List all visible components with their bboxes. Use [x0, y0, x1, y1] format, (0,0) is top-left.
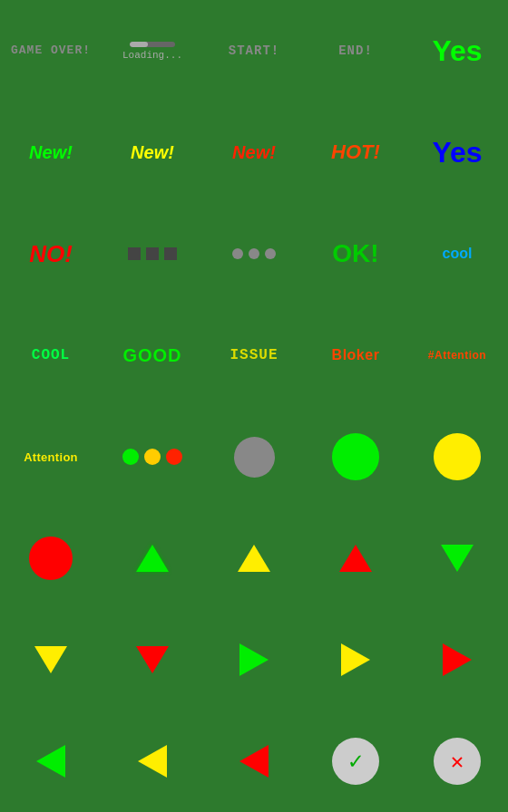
circle-yellow-shape — [434, 433, 481, 480]
good-text: GOOD — [122, 345, 181, 366]
arrow-right-yellow-icon — [341, 643, 370, 676]
bloker-text: Bloker — [332, 347, 380, 363]
squares-widget — [128, 247, 177, 260]
issue-text: ISSUE — [230, 347, 278, 363]
cell-new-red: New! — [203, 102, 305, 203]
arrow-down-yellow-icon — [34, 646, 67, 673]
arrow-right-green-icon — [239, 643, 269, 676]
cell-check-circle — [305, 710, 406, 812]
loading-bar — [130, 42, 175, 47]
loading-label: Loading... — [122, 50, 182, 61]
end-text: END! — [338, 44, 373, 58]
dot-3 — [265, 248, 276, 259]
circle-gray-shape — [234, 437, 275, 478]
cell-x-circle — [406, 710, 508, 812]
cell-arrow-left-yellow — [102, 710, 203, 812]
cell-ok: OK! — [305, 203, 406, 304]
arrow-left-yellow-icon — [138, 745, 167, 778]
arrow-down-red-icon — [136, 646, 169, 673]
game-over-text: GAME OVER! — [11, 44, 91, 58]
cell-yes-blue: Yes — [406, 102, 508, 203]
arrow-up-green-icon — [136, 545, 169, 572]
cell-arrow-down-green — [406, 508, 508, 609]
x-circle-icon — [434, 738, 481, 785]
dots-widget — [232, 248, 276, 259]
start-text: START! — [229, 44, 279, 58]
cell-arrow-right-green — [203, 609, 305, 710]
cell-circle-green — [305, 406, 406, 508]
cell-attention-red: #Attention — [406, 304, 508, 406]
cell-arrow-left-red — [203, 710, 305, 812]
cool-green-text: COOL — [32, 347, 70, 363]
cell-circle-yellow — [406, 406, 508, 508]
new-red-text: New! — [232, 142, 276, 163]
circle-red-shape — [29, 536, 73, 580]
cell-attention-yellow: Attention — [0, 406, 102, 508]
arrow-up-yellow-icon — [238, 545, 270, 572]
arrow-up-red-icon — [339, 545, 372, 572]
square-1 — [128, 247, 141, 260]
arrow-right-red-icon — [443, 643, 472, 676]
cool-cyan-text: cool — [443, 246, 473, 262]
cell-arrow-right-red — [406, 609, 508, 710]
new-green-text: New! — [29, 142, 73, 163]
cell-loading: Loading... — [102, 0, 203, 102]
cell-squares — [102, 203, 203, 304]
main-grid: GAME OVER! Loading... START! END! Yes Ne… — [0, 0, 508, 812]
cell-traffic-lights — [102, 406, 203, 508]
attention-red-text: #Attention — [428, 349, 486, 362]
arrow-left-green-icon — [36, 745, 65, 778]
cell-good: GOOD — [102, 304, 203, 406]
cell-end: END! — [305, 0, 406, 102]
new-yellow-text: New! — [131, 142, 174, 163]
attention-yellow-text: Attention — [24, 450, 78, 464]
cell-arrow-right-yellow — [305, 609, 406, 710]
cell-arrow-left-green — [0, 710, 102, 812]
traffic-red — [166, 449, 182, 465]
cell-cool-green: COOL — [0, 304, 102, 406]
hot-text: HOT! — [331, 140, 380, 164]
circle-green-shape — [332, 433, 379, 480]
loading-widget: Loading... — [122, 42, 182, 61]
no-text: NO! — [29, 240, 73, 268]
traffic-lights-widget — [122, 449, 182, 465]
dot-1 — [232, 248, 243, 259]
cell-yes-green: Yes — [406, 0, 508, 102]
check-circle-icon — [332, 738, 379, 785]
cell-no: NO! — [0, 203, 102, 304]
cell-circle-red — [0, 508, 102, 609]
cell-bloker: Bloker — [305, 304, 406, 406]
cell-start: START! — [203, 0, 305, 102]
ok-text: OK! — [332, 239, 378, 268]
square-3 — [164, 247, 177, 260]
dot-2 — [249, 248, 259, 259]
square-2 — [146, 247, 159, 260]
traffic-green — [122, 449, 139, 465]
cell-issue: ISSUE — [203, 304, 305, 406]
cell-dots — [203, 203, 305, 304]
cell-game-over: GAME OVER! — [0, 0, 102, 102]
cell-arrow-up-yellow — [203, 508, 305, 609]
arrow-left-red-icon — [239, 745, 269, 778]
cell-circle-gray — [203, 406, 305, 508]
cell-arrow-down-yellow — [0, 609, 102, 710]
traffic-yellow — [144, 449, 161, 465]
cell-arrow-up-red — [305, 508, 406, 609]
arrow-down-green-icon — [441, 545, 474, 572]
yes-green-text: Yes — [432, 34, 482, 68]
cell-new-green: New! — [0, 102, 102, 203]
cell-hot: HOT! — [305, 102, 406, 203]
cell-cool-cyan: cool — [406, 203, 508, 304]
yes-blue-text: Yes — [432, 136, 482, 169]
cell-arrow-up-green — [102, 508, 203, 609]
cell-new-yellow: New! — [102, 102, 203, 203]
cell-arrow-down-red — [102, 609, 203, 710]
